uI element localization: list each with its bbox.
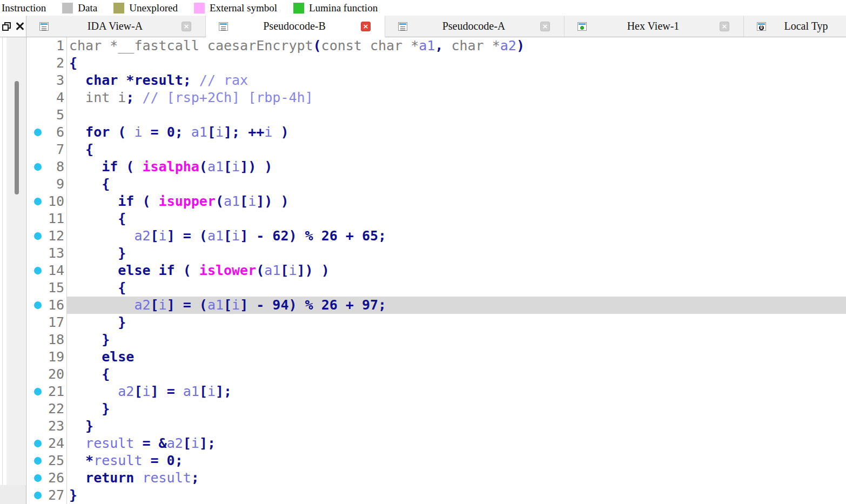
- code-text[interactable]: }: [67, 245, 846, 262]
- breakpoint-dot-icon[interactable]: [34, 198, 42, 205]
- code-text[interactable]: {: [67, 210, 846, 227]
- pane-edge-divider: [2, 37, 3, 504]
- breakpoint-dot-icon[interactable]: [34, 492, 42, 499]
- code-text[interactable]: for ( i = 0; a1[i]; ++i ): [67, 124, 846, 141]
- legend-item: Unexplored: [97, 2, 178, 14]
- code-text[interactable]: int i; // [rsp+2Ch] [rbp-4h]: [67, 89, 846, 106]
- code-line[interactable]: 20 {: [26, 366, 846, 383]
- line-gutter: 18: [26, 331, 67, 348]
- code-line[interactable]: 13 }: [26, 245, 846, 262]
- code-text[interactable]: *result = 0;: [67, 452, 846, 469]
- line-gutter: 15: [26, 279, 67, 297]
- code-text[interactable]: a2[i] = (a1[i] - 62) % 26 + 65;: [67, 227, 846, 245]
- main-area: 1char *__fastcall caesarEncrypt(const ch…: [0, 37, 846, 504]
- code-line[interactable]: 16 a2[i] = (a1[i] - 94) % 26 + 97;: [26, 297, 846, 314]
- color-legend-bar: InstructionDataUnexploredExternal symbol…: [0, 0, 846, 16]
- line-gutter: 6: [26, 124, 67, 141]
- breakpoint-dot-icon[interactable]: [34, 474, 42, 482]
- code-text[interactable]: else if ( islower(a1[i]) ): [67, 262, 846, 279]
- breakpoint-dot-icon[interactable]: [34, 129, 42, 136]
- code-text[interactable]: }: [67, 418, 846, 435]
- tab-label: Local Typ: [766, 20, 846, 32]
- code-text[interactable]: if ( isalpha(a1[i]) ): [67, 158, 846, 176]
- code-line[interactable]: 2{: [26, 55, 846, 72]
- code-line[interactable]: 1char *__fastcall caesarEncrypt(const ch…: [26, 37, 846, 55]
- line-number: 10: [48, 193, 64, 210]
- code-line[interactable]: 9 {: [26, 176, 846, 193]
- code-text[interactable]: }: [67, 331, 846, 348]
- code-line[interactable]: 17 }: [26, 314, 846, 331]
- tab-close-icon[interactable]: ×: [361, 22, 371, 31]
- breakpoint-dot-icon[interactable]: [34, 440, 42, 447]
- code-line[interactable]: 25 *result = 0;: [26, 452, 846, 469]
- code-line[interactable]: 27}: [26, 487, 846, 504]
- breakpoint-dot-icon[interactable]: [34, 301, 42, 309]
- line-gutter: 14: [26, 262, 67, 279]
- code-text[interactable]: a2[i] = (a1[i] - 94) % 26 + 97;: [67, 297, 846, 314]
- tab-local-typ[interactable]: Local Typ: [744, 16, 846, 37]
- code-line[interactable]: 7 {: [26, 141, 846, 158]
- line-number: 1: [56, 37, 64, 55]
- code-line[interactable]: 10 if ( isupper(a1[i]) ): [26, 193, 846, 210]
- line-number: 22: [48, 400, 64, 418]
- line-number: 24: [48, 435, 64, 452]
- legend-item: External symbol: [178, 2, 277, 14]
- vertical-scrollbar-handle[interactable]: [15, 81, 19, 194]
- code-text[interactable]: }: [67, 314, 846, 331]
- close-pane-icon[interactable]: [16, 22, 24, 31]
- code-line[interactable]: 5: [26, 106, 846, 124]
- breakpoint-dot-icon[interactable]: [34, 388, 42, 395]
- code-line[interactable]: 8 if ( isalpha(a1[i]) ): [26, 158, 846, 176]
- code-text[interactable]: {: [67, 55, 846, 72]
- tab-ida-view-a[interactable]: IDA View-A×: [26, 16, 206, 37]
- tab-hex-view-1[interactable]: Hex View-1×: [565, 16, 744, 37]
- code-line[interactable]: 4 int i; // [rsp+2Ch] [rbp-4h]: [26, 89, 846, 106]
- scrollbar-corner: [0, 485, 26, 504]
- breakpoint-dot-icon[interactable]: [34, 457, 42, 465]
- code-text[interactable]: }: [67, 487, 846, 504]
- code-text[interactable]: {: [67, 279, 846, 297]
- code-text[interactable]: else: [67, 348, 846, 366]
- tab-close-icon[interactable]: ×: [720, 22, 729, 31]
- code-text[interactable]: char *result; // rax: [67, 72, 846, 89]
- code-line[interactable]: 22 }: [26, 400, 846, 418]
- code-line[interactable]: 6 for ( i = 0; a1[i]; ++i ): [26, 124, 846, 141]
- hex-window-icon: [578, 22, 587, 31]
- code-line[interactable]: 11 {: [26, 210, 846, 227]
- code-line[interactable]: 12 a2[i] = (a1[i] - 62) % 26 + 65;: [26, 227, 846, 245]
- code-text[interactable]: a2[i] = a1[i];: [67, 383, 846, 400]
- code-line[interactable]: 18 }: [26, 331, 846, 348]
- tab-pseudocode-a[interactable]: Pseudocode-A×: [385, 16, 565, 37]
- code-text[interactable]: {: [67, 366, 846, 383]
- line-gutter: 26: [26, 469, 67, 487]
- code-text[interactable]: return result;: [67, 469, 846, 487]
- code-text[interactable]: {: [67, 141, 846, 158]
- tab-close-icon[interactable]: ×: [182, 22, 191, 31]
- breakpoint-dot-icon[interactable]: [34, 267, 42, 274]
- code-line[interactable]: 26 return result;: [26, 469, 846, 487]
- line-number: 21: [48, 383, 64, 400]
- line-number: 25: [48, 452, 64, 469]
- code-line[interactable]: 14 else if ( islower(a1[i]) ): [26, 262, 846, 279]
- undock-icon[interactable]: [2, 22, 11, 31]
- line-gutter: 5: [26, 106, 67, 124]
- line-gutter: 22: [26, 400, 67, 418]
- line-gutter: 11: [26, 210, 67, 227]
- code-line[interactable]: 19 else: [26, 348, 846, 366]
- code-text[interactable]: result = &a2[i];: [67, 435, 846, 452]
- code-text[interactable]: [67, 106, 846, 124]
- code-line[interactable]: 23 }: [26, 418, 846, 435]
- code-text[interactable]: {: [67, 176, 846, 193]
- code-line[interactable]: 21 a2[i] = a1[i];: [26, 383, 846, 400]
- tab-pseudocode-b[interactable]: Pseudocode-B×: [206, 16, 385, 37]
- code-line[interactable]: 24 result = &a2[i];: [26, 435, 846, 452]
- breakpoint-dot-icon[interactable]: [34, 163, 42, 171]
- code-text[interactable]: }: [67, 400, 846, 418]
- code-text[interactable]: char *__fastcall caesarEncrypt(const cha…: [67, 37, 846, 55]
- tab-close-icon[interactable]: ×: [540, 22, 550, 31]
- line-number: 16: [48, 297, 64, 314]
- breakpoint-dot-icon[interactable]: [34, 232, 42, 240]
- code-text[interactable]: if ( isupper(a1[i]) ): [67, 193, 846, 210]
- code-line[interactable]: 15 {: [26, 279, 846, 297]
- code-line[interactable]: 3 char *result; // rax: [26, 72, 846, 89]
